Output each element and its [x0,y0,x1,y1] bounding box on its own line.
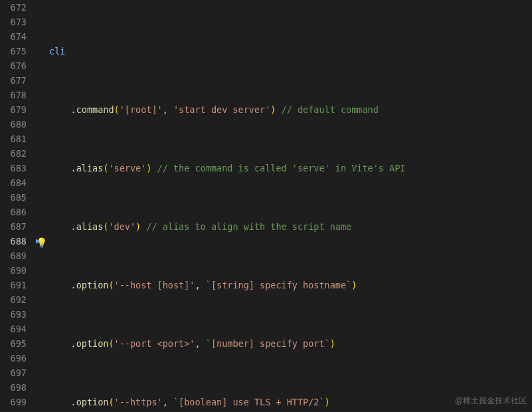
line-number: 695 [0,336,27,351]
code-area[interactable]: cli .command('[root]', 'start dev server… [48,0,532,412]
fold-caret-icon[interactable]: ▶ [36,234,41,249]
line-number: 681 [0,132,27,146]
identifier: cli [49,46,65,56]
line-number: 692 [0,292,27,307]
line-number: 684 [0,175,27,190]
line-number: 699 [0,395,27,409]
line-number: 687 [0,219,27,234]
line-number: 683 [0,161,27,175]
line-number: 688 [0,234,27,249]
line-number: 693 [0,307,27,322]
line-number: 694 [0,322,27,336]
line-number: 677 [0,73,27,88]
line-number: 698 [0,380,27,395]
line-number: 697 [0,365,27,380]
line-number: 685 [0,190,27,205]
glyph-margin: 💡 [35,0,48,412]
line-number: 690 [0,263,27,278]
watermark: @稀土掘金技术社区 [455,393,527,408]
line-number: 673 [0,15,27,29]
line-number: 678 [0,88,27,102]
line-number: 691 [0,278,27,292]
line-number-gutter: 6726736746756766776786796806816826836846… [0,0,35,412]
line-number: 682 [0,146,27,161]
line-number: 675 [0,44,27,58]
line-number: 674 [0,29,27,44]
line-number: 689 [0,249,27,263]
line-number: 679 [0,102,27,117]
code-editor[interactable]: 6726736746756766776786796806816826836846… [0,0,532,412]
line-number: 686 [0,205,27,219]
line-number: 696 [0,351,27,365]
line-number: 672 [0,0,27,15]
line-number: 676 [0,58,27,73]
line-number: 680 [0,117,27,132]
